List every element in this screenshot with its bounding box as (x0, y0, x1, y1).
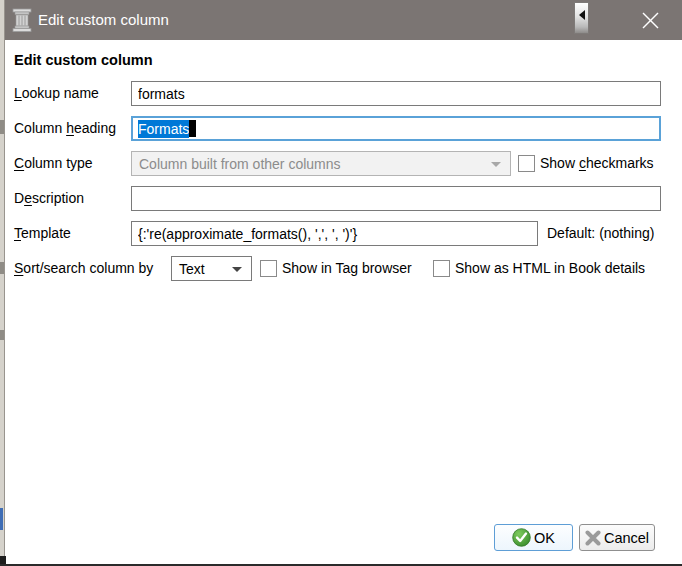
show-checkmarks-checkbox[interactable] (518, 155, 535, 172)
show-in-tag-browser-checkbox[interactable] (260, 260, 277, 277)
edge-tick (0, 262, 4, 274)
background-window-sliver (0, 508, 3, 530)
column-type-dropdown: Column built from other columns (131, 151, 511, 176)
description-input[interactable] (131, 186, 661, 211)
text-caret (189, 120, 196, 137)
show-in-tag-browser-label: Show in Tag browser (282, 256, 412, 281)
template-input[interactable] (131, 221, 538, 246)
ok-button[interactable]: OK (494, 524, 573, 551)
column-type-value: Column built from other columns (139, 156, 341, 172)
background-window-edge (0, 0, 5, 566)
edge-tick (0, 330, 4, 340)
sort-search-label: Sort/search column by (14, 256, 153, 281)
arrow-left-icon (579, 10, 585, 20)
cancel-button-label: Cancel (604, 530, 649, 546)
sort-by-dropdown[interactable]: Text (171, 256, 252, 281)
chevron-down-icon (491, 162, 501, 167)
column-heading-label: Column heading (14, 116, 116, 141)
edge-tick (0, 120, 4, 134)
calibre-column-icon (11, 8, 33, 32)
description-label: Description (14, 186, 84, 211)
dialog-heading: Edit custom column (14, 52, 153, 68)
show-as-html-checkbox[interactable] (433, 260, 450, 277)
column-type-label: Column type (14, 151, 93, 176)
x-icon (585, 530, 601, 546)
template-label: Template (14, 221, 71, 246)
show-checkmarks-label: Show checkmarks (540, 151, 654, 176)
chevron-down-icon (232, 267, 242, 272)
lookup-name-label: Lookup name (14, 81, 99, 106)
template-default-note: Default: (nothing) (547, 221, 654, 246)
close-button[interactable] (630, 0, 670, 40)
lookup-name-input[interactable] (131, 81, 661, 106)
window-title: Edit custom column (38, 0, 169, 40)
column-heading-input[interactable]: Formats (131, 116, 661, 141)
ok-button-label: OK (534, 530, 555, 546)
sort-by-value: Text (179, 261, 205, 277)
close-icon (642, 12, 659, 29)
show-as-html-label: Show as HTML in Book details (455, 256, 645, 281)
selected-text: Formats (138, 120, 189, 138)
scrollbar-artifact[interactable] (574, 2, 589, 34)
check-circle-icon (512, 528, 531, 547)
edit-custom-column-dialog: Edit custom column Edit custom column Lo… (0, 0, 682, 566)
cancel-button[interactable]: Cancel (579, 524, 655, 551)
